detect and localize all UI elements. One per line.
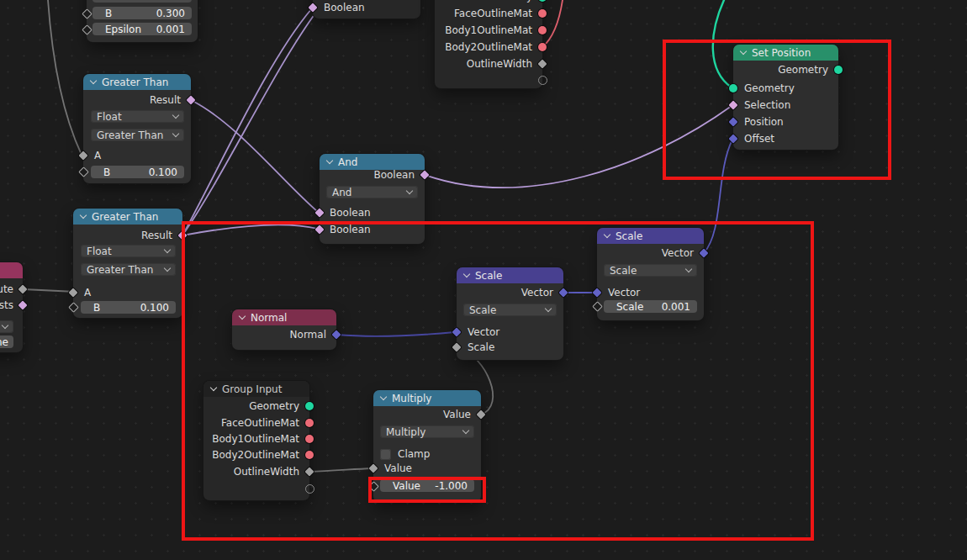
dropdown-value: And [332,187,351,198]
node-greater-than-1[interactable]: Greater Than Result Float Greater Than A… [83,74,191,183]
field-label: B [105,8,112,19]
node-title: Greater Than [102,77,168,88]
annotation-box-main-group [182,221,814,541]
input-label: A [94,150,101,161]
output-row: Geometry [435,0,532,3]
annotation-box-value-field [368,477,486,503]
input-label: A [84,287,91,298]
output-row: Body2OutlineMat [435,40,532,54]
input-row: Boolean [330,206,371,219]
node-compare-partial[interactable]: B 0.300 Epsilon 0.001 [87,0,198,42]
node-editor-canvas[interactable]: B 0.300 Epsilon 0.001 Greater Than Resul… [0,0,967,560]
field-label: Epsilon [105,24,141,35]
field-value: ne [0,336,8,348]
operation-dropdown[interactable]: Greater Than [91,129,184,141]
node-group-partial-top[interactable]: Geometry FaceOutlineMat Body1OutlineMat … [435,0,542,88]
output-label: Body1OutlineMat [445,24,532,36]
data-type-dropdown[interactable]: Float [81,245,176,257]
operation-dropdown[interactable]: Greater Than [81,263,176,276]
chevron-down-icon [172,112,179,119]
collapse-chevron-icon[interactable] [90,77,97,84]
epsilon-field[interactable]: Epsilon 0.001 [92,23,192,35]
chevron-down-icon [172,130,179,137]
dropdown-value: Greater Than [87,264,153,276]
input-label: Boolean [330,207,371,219]
collapse-chevron-icon[interactable] [80,212,87,219]
output-label: ute [0,283,13,295]
input-row: A [94,149,101,162]
node-header[interactable]: Greater Than [83,74,191,90]
output-label: Result [150,94,181,106]
node-title: Greater Than [92,211,158,223]
dropdown-value: Greater Than [97,129,163,141]
input-row: A [84,286,91,299]
field-label: B [103,166,110,178]
wire-gt1-result-to-and-1 [191,100,318,212]
input-row: Boolean [324,1,365,14]
output-label: Result [141,230,172,241]
dropdown-value: Float [97,111,122,123]
collapse-chevron-icon[interactable] [326,157,333,164]
chevron-down-icon [406,188,413,194]
wire-material-up [542,0,563,47]
node-greater-than-2[interactable]: Greater Than Result Float Greater Than A… [73,209,182,318]
node-boolean-partial[interactable]: Boolean [313,0,420,18]
field-value: 0.300 [156,8,185,19]
output-row: FaceOutlineMat [435,7,532,20]
chevron-down-icon [164,265,171,272]
output-label: Body2OutlineMat [445,41,532,53]
socket-virtual[interactable] [538,76,547,85]
output-row: Boolean [320,168,415,182]
field-value: 0.100 [149,166,177,178]
field-label: B [93,302,100,314]
output-label: OutlineWidth [467,58,532,70]
node-header[interactable]: Greater Than [73,209,182,225]
output-label: Geometry [482,0,532,3]
output-row: Body1OutlineMat [435,24,532,37]
b-field[interactable]: B 0.300 [92,7,192,19]
b-field[interactable]: B 0.100 [91,166,184,178]
wire-attribute-to-gt2-a [23,289,76,292]
node-header[interactable] [0,262,23,278]
output-label: Boolean [373,169,415,181]
wire-float-to-gt1-a [48,0,82,155]
wire-gt2-result-to-boolean-a [182,8,312,235]
output-row: Result [83,93,181,107]
node-title: And [338,156,357,168]
input-label: Boolean [324,2,365,13]
chevron-down-icon [164,246,171,253]
attribute-type-dropdown[interactable] [0,320,13,333]
output-row: sts [0,298,13,312]
annotation-box-set-position [663,40,891,180]
output-label: FaceOutlineMat [454,8,532,19]
attribute-name-field[interactable]: ne [0,335,13,348]
field-value: 0.001 [156,24,185,35]
data-type-dropdown[interactable]: Float [91,110,184,123]
output-row: ute [0,283,13,296]
socket-material-output[interactable] [538,26,547,34]
dropdown-value: Float [87,246,112,257]
wire-gt2-result-to-boolean-b [182,11,317,235]
socket-material-output[interactable] [538,9,547,18]
chevron-down-icon [2,322,8,329]
field-value: 0.100 [140,302,169,314]
output-label: sts [0,299,13,311]
socket-material-output[interactable] [538,43,547,51]
b-field[interactable]: B 0.100 [81,301,176,314]
cropped-widget [92,0,192,3]
output-row: Result [73,229,172,242]
operation-dropdown[interactable]: And [326,186,418,198]
output-row: OutlineWidth [435,57,532,71]
